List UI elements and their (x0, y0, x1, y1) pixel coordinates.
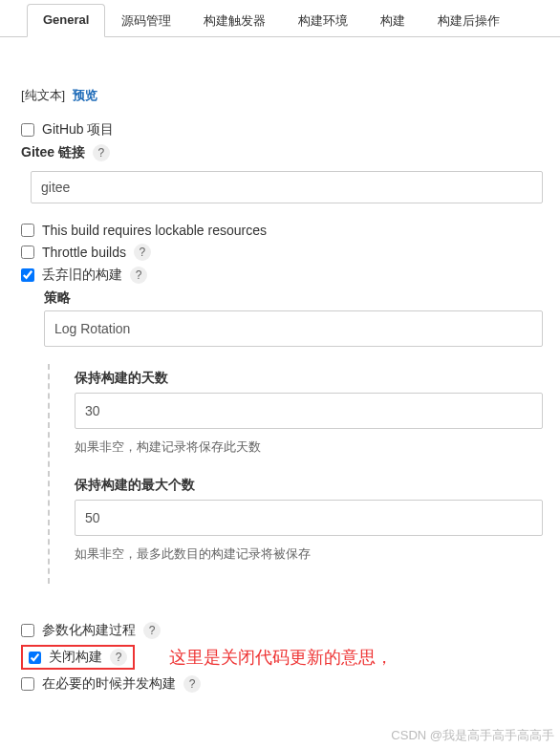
annotation-text: 这里是关闭代码更新的意思， (169, 646, 393, 669)
tab-env[interactable]: 构建环境 (282, 4, 364, 37)
gitee-link-input[interactable] (31, 171, 543, 203)
watermark-text: CSDN @我是高手高手高高手 (391, 727, 554, 744)
format-plain: [纯文本] (21, 88, 65, 102)
throttle-label: Throttle builds (42, 245, 126, 260)
gitee-link-row: Gitee 链接 ? (21, 144, 543, 161)
tab-build[interactable]: 构建 (364, 4, 421, 37)
description-format: [纯文本] 预览 (21, 87, 543, 104)
tab-triggers[interactable]: 构建触发器 (187, 4, 282, 37)
lockable-checkbox[interactable] (21, 224, 34, 237)
discard-row: 丢弃旧的构建 ? (21, 267, 543, 284)
help-icon[interactable]: ? (130, 267, 147, 284)
concurrent-label: 在必要的时候并发构建 (42, 675, 176, 693)
keep-days-input[interactable] (75, 393, 543, 429)
lockable-row: This build requires lockable resources (21, 223, 543, 238)
help-icon[interactable]: ? (143, 622, 161, 639)
log-rotation-block: 保持构建的天数 如果非空，构建记录将保存此天数 保持构建的最大个数 如果非空，最… (48, 364, 543, 584)
parameterized-label: 参数化构建过程 (42, 622, 136, 639)
throttle-row: Throttle builds ? (21, 244, 543, 261)
tab-general[interactable]: General (27, 4, 105, 37)
strategy-label: 策略 (44, 289, 543, 307)
disable-build-checkbox[interactable] (29, 652, 41, 664)
concurrent-row: 在必要的时候并发构建 ? (21, 675, 543, 693)
github-project-checkbox[interactable] (21, 123, 34, 137)
parameterized-checkbox[interactable] (21, 624, 34, 637)
help-icon[interactable]: ? (93, 144, 110, 161)
github-project-label: GitHub 项目 (42, 121, 114, 139)
gitee-link-label: Gitee 链接 (21, 144, 85, 161)
github-project-row: GitHub 项目 (21, 121, 543, 139)
keep-days-hint: 如果非空，构建记录将保存此天数 (75, 438, 543, 456)
keep-max-hint: 如果非空，最多此数目的构建记录将被保存 (75, 545, 543, 563)
throttle-checkbox[interactable] (21, 246, 34, 259)
keep-max-label: 保持构建的最大个数 (75, 477, 543, 494)
tab-post[interactable]: 构建后操作 (421, 4, 516, 37)
tab-scm[interactable]: 源码管理 (105, 4, 187, 37)
keep-max-input[interactable] (75, 500, 543, 536)
keep-days-label: 保持构建的天数 (75, 370, 543, 387)
help-icon[interactable]: ? (183, 675, 201, 693)
lockable-label: This build requires lockable resources (42, 223, 267, 238)
discard-label: 丢弃旧的构建 (42, 267, 122, 284)
disable-build-highlight: 关闭构建 ? (21, 645, 135, 670)
disable-build-label: 关闭构建 (49, 649, 102, 666)
parameterized-row: 参数化构建过程 ? (21, 622, 543, 639)
config-tabs: General 源码管理 构建触发器 构建环境 构建 构建后操作 (0, 4, 560, 37)
strategy-select[interactable]: Log Rotation (44, 310, 543, 347)
help-icon[interactable]: ? (134, 244, 151, 261)
concurrent-checkbox[interactable] (21, 677, 34, 691)
format-preview[interactable]: 预览 (73, 88, 97, 102)
discard-checkbox[interactable] (21, 268, 34, 282)
help-icon[interactable]: ? (110, 649, 127, 666)
